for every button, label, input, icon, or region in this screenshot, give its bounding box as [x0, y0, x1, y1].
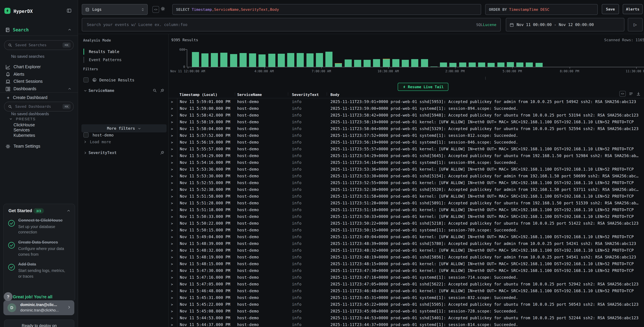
collapse-sidebar-icon[interactable]: [66, 8, 72, 13]
column-resize-handle[interactable]: ⋮: [326, 92, 328, 96]
histogram-bar[interactable]: [383, 59, 390, 67]
filter-group-severitytext[interactable]: SeverityText: [84, 150, 164, 155]
histogram-bar[interactable]: [507, 62, 514, 67]
row-expand-chevron[interactable]: >: [168, 120, 177, 124]
table-row[interactable]: >Nov 11 5:52:55.000 PMhost-demoinfo2025-…: [168, 180, 644, 186]
row-expand-chevron[interactable]: >: [168, 276, 177, 279]
histogram-bar[interactable]: [402, 60, 409, 67]
row-expand-chevron[interactable]: >: [168, 316, 177, 320]
row-expand-chevron[interactable]: >: [168, 154, 177, 158]
save-button[interactable]: Save: [602, 4, 619, 14]
sidebar-item-client-sessions[interactable]: Client Sessions: [0, 78, 78, 85]
run-query-button[interactable]: ▷: [628, 18, 643, 32]
load-more-button[interactable]: Load more: [84, 140, 164, 144]
table-row[interactable]: >Nov 11 5:47:05.000 PMhost-demoinfo2025-…: [168, 281, 644, 288]
table-row[interactable]: >Nov 11 5:51:58.000 PMhost-demoinfo2025-…: [168, 193, 644, 200]
table-row[interactable]: >Nov 11 5:59:01.000 PMhost-demoinfo2025-…: [168, 98, 644, 105]
sidebar-item-dashboards[interactable]: Dashboards: [0, 85, 78, 92]
histogram-bar[interactable]: [421, 59, 428, 67]
preset-dashboard-clickhouse[interactable]: ClickHouse: [14, 122, 35, 127]
presets-toggle[interactable]: PRESETS: [0, 116, 78, 122]
sql-mode-label[interactable]: SQL: [476, 22, 483, 27]
column-header-body[interactable]: Body: [330, 92, 644, 97]
saved-searches-search[interactable]: ⌘K: [4, 40, 74, 50]
table-row[interactable]: >Nov 11 5:48:32.000 PMhost-demoinfo2025-…: [168, 247, 644, 254]
histogram-bar[interactable]: [440, 62, 447, 67]
histogram-bar-warn[interactable]: [335, 63, 342, 63]
get-started-item[interactable]: Create Data SourcesConfigure where your …: [8, 240, 71, 257]
histogram-bar[interactable]: [335, 64, 342, 67]
row-expand-chevron[interactable]: >: [168, 208, 177, 212]
histogram-bar[interactable]: [344, 59, 352, 67]
histogram-bar[interactable]: [459, 62, 466, 67]
histogram-bar[interactable]: [354, 60, 361, 67]
table-row[interactable]: >Nov 11 5:45:31.000 PMhost-demoinfo2025-…: [168, 294, 644, 301]
column-header-timestamp[interactable]: Timestamp (Local): [177, 92, 236, 98]
histogram-bar-warn[interactable]: [383, 59, 390, 59]
create-dashboard-button[interactable]: + Create Dashboard: [0, 94, 78, 101]
chevron-up-icon[interactable]: [66, 209, 70, 213]
histogram-bar[interactable]: [287, 53, 294, 67]
histogram-bar[interactable]: [326, 52, 332, 67]
row-expand-chevron[interactable]: >: [168, 168, 177, 171]
alerts-button[interactable]: Alerts: [623, 4, 643, 14]
histogram-bar[interactable]: [297, 53, 304, 67]
user-account-card[interactable]: D dominic.tran@clic... dominic.tran@clic…: [4, 300, 74, 315]
histogram-bar[interactable]: [240, 53, 247, 67]
row-expand-chevron[interactable]: >: [168, 289, 177, 293]
table-row[interactable]: >Nov 11 5:45:22.000 PMhost-demoinfo2025-…: [168, 301, 644, 308]
pin-icon[interactable]: [160, 88, 164, 92]
row-expand-chevron[interactable]: >: [168, 242, 177, 246]
row-expand-chevron[interactable]: >: [168, 282, 177, 286]
row-expand-chevron[interactable]: >: [168, 194, 177, 198]
histogram-bar[interactable]: [411, 59, 418, 67]
table-row[interactable]: >Nov 11 5:50:22.000 PMhost-demoinfo2025-…: [168, 220, 644, 227]
row-expand-chevron[interactable]: >: [168, 147, 177, 151]
search-icon[interactable]: [153, 88, 157, 92]
table-row[interactable]: >Nov 11 5:55:57.000 PMhost-demoinfo2025-…: [168, 146, 644, 152]
row-expand-chevron[interactable]: >: [168, 215, 177, 218]
filter-value-checkbox[interactable]: [84, 132, 88, 138]
table-row[interactable]: >Nov 11 5:46:48.000 PMhost-demoinfo2025-…: [168, 288, 644, 294]
row-expand-chevron[interactable]: >: [168, 174, 177, 178]
sidebar-section-search[interactable]: Search: [0, 26, 78, 34]
table-row[interactable]: >Nov 11 5:44:53.000 PMhost-demoinfo2025-…: [168, 314, 644, 321]
row-expand-chevron[interactable]: >: [168, 309, 177, 313]
table-row[interactable]: >Nov 11 5:48:19.000 PMhost-demoinfo2025-…: [168, 254, 644, 260]
code-view-button[interactable]: <>: [152, 6, 159, 13]
histogram-bar[interactable]: [535, 63, 542, 67]
get-started-item[interactable]: Add DataStart sending logs, metrics, or …: [8, 262, 71, 279]
row-expand-chevron[interactable]: >: [168, 269, 177, 272]
time-range-picker[interactable]: Nov 11 00:00:00 - Nov 12 00:00:00: [506, 18, 624, 32]
histogram-bar[interactable]: [373, 59, 380, 67]
resume-live-tail-button[interactable]: Resume Live Tail: [398, 83, 448, 91]
histogram-bar[interactable]: [230, 54, 237, 67]
lucene-mode-label[interactable]: Lucene: [483, 22, 496, 27]
saved-dashboards-search[interactable]: ⌘K: [4, 102, 74, 112]
table-row[interactable]: >Nov 11 5:59:00.000 PMhost-demoinfo2025-…: [168, 105, 644, 112]
histogram-bar[interactable]: [192, 52, 199, 67]
histogram-bar[interactable]: [211, 53, 218, 67]
histogram-bar[interactable]: [220, 53, 228, 67]
row-expand-chevron[interactable]: >: [168, 106, 177, 110]
gear-icon[interactable]: [160, 6, 165, 11]
row-expand-chevron[interactable]: >: [168, 127, 177, 130]
row-expand-chevron[interactable]: >: [168, 140, 177, 144]
histogram-bar[interactable]: [306, 54, 314, 67]
row-expand-chevron[interactable]: >: [168, 113, 177, 117]
search-input[interactable]: [86, 22, 476, 27]
sidebar-item-team-settings[interactable]: Team Settings: [0, 142, 78, 150]
denoise-results-option[interactable]: Denoise Results: [84, 77, 164, 82]
sidebar-item-chart-explorer[interactable]: Chart Explorer: [0, 63, 78, 70]
table-row[interactable]: >Nov 11 5:57:52.000 PMhost-demoinfo2025-…: [168, 132, 644, 139]
denoise-checkbox[interactable]: [84, 77, 88, 82]
row-expand-chevron[interactable]: >: [168, 248, 177, 252]
table-row[interactable]: >Nov 11 5:54:29.000 PMhost-demoinfo2025-…: [168, 152, 644, 159]
histogram-bar[interactable]: [259, 54, 266, 67]
row-expand-chevron[interactable]: >: [168, 228, 177, 232]
mode-event-patterns[interactable]: Event Patterns: [84, 57, 145, 63]
table-row[interactable]: >Nov 11 5:50:33.000 PMhost-demoinfo2025-…: [168, 213, 644, 220]
table-row[interactable]: >Nov 11 5:45:08.000 PMhost-demoinfo2025-…: [168, 308, 644, 314]
histogram-bar[interactable]: [278, 54, 285, 67]
orderby-input[interactable]: ORDER BY TimestampTime DESC: [485, 4, 598, 15]
